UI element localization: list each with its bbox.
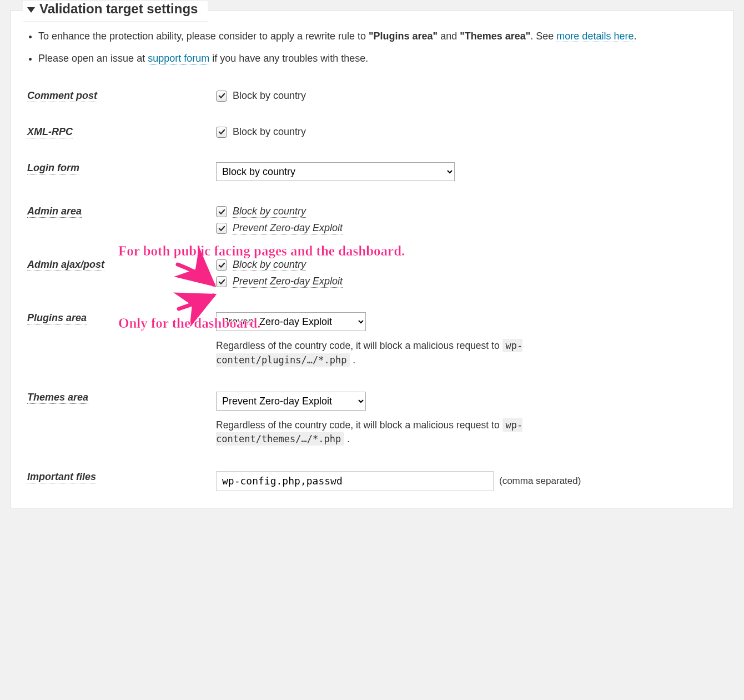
row-login-form: Login form Block by country [27, 162, 717, 181]
label-themes-area: Themes area [27, 392, 88, 404]
label-admin-area: Admin area [27, 206, 82, 218]
row-admin-ajax: Admin ajax/post Block by country Prevent… [27, 259, 717, 288]
more-details-link[interactable]: more details here [556, 31, 634, 42]
important-files-hint: (comma separated) [499, 476, 581, 487]
admin-ajax-block-by-country[interactable]: Block by country [216, 259, 717, 271]
row-plugins-area: Plugins area Prevent Zero-day Exploit Re… [27, 312, 717, 367]
row-themes-area: Themes area Prevent Zero-day Exploit Reg… [27, 392, 717, 447]
themes-area-desc: Regardless of the country code, it will … [216, 418, 560, 447]
row-comment-post: Comment post Block by country [27, 90, 717, 102]
plugins-area-select[interactable]: Prevent Zero-day Exploit [216, 312, 366, 331]
checkbox-icon[interactable] [216, 276, 227, 287]
section-header[interactable]: Validation target settings [23, 1, 208, 22]
themes-area-select[interactable]: Prevent Zero-day Exploit [216, 392, 366, 411]
checkbox-icon[interactable] [216, 223, 227, 234]
label-login-form: Login form [27, 162, 79, 174]
info-bullets: To enhance the protection ability, pleas… [28, 29, 717, 66]
collapse-triangle-icon[interactable] [27, 7, 35, 13]
checkbox-icon[interactable] [216, 127, 227, 138]
row-admin-area: Admin area Block by country Prevent Zero… [27, 206, 717, 234]
bullet-2: Please open an issue at support forum if… [38, 51, 717, 66]
support-forum-link[interactable]: support forum [148, 53, 209, 64]
label-plugins-area: Plugins area [27, 312, 87, 324]
comment-post-block-by-country[interactable]: Block by country [216, 90, 717, 102]
plugins-area-bold: "Plugins area" [369, 31, 438, 42]
label-xml-rpc: XML-RPC [27, 126, 73, 138]
label-admin-ajax: Admin ajax/post [27, 259, 104, 271]
admin-ajax-prevent-zeroday[interactable]: Prevent Zero-day Exploit [216, 276, 717, 288]
bullet-1: To enhance the protection ability, pleas… [38, 29, 717, 43]
admin-area-block-by-country[interactable]: Block by country [216, 206, 717, 218]
label-important-files: Important files [27, 471, 96, 483]
checkbox-icon[interactable] [216, 259, 227, 271]
xmlrpc-block-by-country[interactable]: Block by country [216, 126, 717, 138]
important-files-input[interactable] [216, 471, 494, 491]
row-important-files: Important files (comma separated) [27, 471, 717, 491]
checkbox-icon[interactable] [216, 206, 227, 217]
login-form-select[interactable]: Block by country [216, 162, 455, 181]
section-title: Validation target settings [39, 1, 198, 17]
plugins-area-desc: Regardless of the country code, it will … [216, 339, 560, 367]
label-comment-post: Comment post [27, 90, 97, 102]
themes-area-bold: "Themes area" [460, 31, 530, 42]
checkbox-icon[interactable] [216, 91, 227, 102]
row-xml-rpc: XML-RPC Block by country [27, 126, 717, 138]
admin-area-prevent-zeroday[interactable]: Prevent Zero-day Exploit [216, 222, 717, 234]
settings-panel: Validation target settings To enhance th… [10, 10, 734, 508]
